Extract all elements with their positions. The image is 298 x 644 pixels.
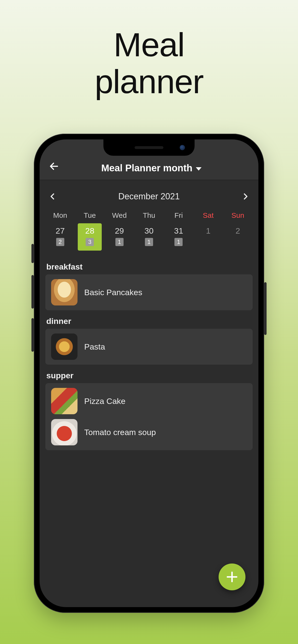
day-meal-count-badge: 3 <box>86 238 94 246</box>
day-cell[interactable]: 283 <box>75 224 104 252</box>
promo-title: Meal planner <box>95 26 203 100</box>
day-meal-count-badge: 1 <box>175 238 183 246</box>
meal-section: dinnerPasta <box>45 316 253 365</box>
month-label: December 2021 <box>118 192 180 202</box>
phone-screen: Meal Planner month December 2021 <box>40 140 258 607</box>
weekday-header: MonTueWedThuFriSatSun <box>45 210 253 224</box>
week-row: 27228329130131112 <box>45 224 253 252</box>
meal-name: Basic Pancakes <box>84 288 142 297</box>
chevron-left-icon <box>48 192 57 201</box>
weekday-label: Fri <box>164 210 193 224</box>
day-number: 29 <box>115 226 124 236</box>
back-button[interactable] <box>47 159 61 174</box>
day-meal-count-badge: 1 <box>115 238 123 246</box>
day-number: 27 <box>56 226 65 236</box>
meal-item[interactable]: Pasta <box>51 334 247 360</box>
meal-section: supperPizza CakeTomato cream soup <box>45 371 253 450</box>
day-number: 30 <box>144 226 154 236</box>
weekday-label: Tue <box>75 210 104 224</box>
header-title-dropdown[interactable]: Meal Planner month <box>66 163 237 174</box>
header-title: Meal Planner month <box>101 163 192 174</box>
meal-section-title: dinner <box>45 316 253 326</box>
phone-side-button <box>264 282 266 335</box>
month-navigation: December 2021 <box>45 180 253 210</box>
weekday-label: Sat <box>193 210 223 224</box>
day-number: 2 <box>236 226 240 236</box>
meal-item[interactable]: Pizza Cake <box>51 388 247 414</box>
meal-card: Pasta <box>45 329 253 365</box>
meal-thumbnail <box>51 388 77 414</box>
weekday-label: Sun <box>223 210 253 224</box>
phone-notch <box>103 140 195 156</box>
weekday-label: Thu <box>134 210 164 224</box>
plus-icon <box>231 572 233 582</box>
phone-side-button <box>32 318 34 352</box>
arrow-left-icon <box>49 161 59 172</box>
meal-item[interactable]: Tomato cream soup <box>51 419 247 446</box>
weekday-label: Mon <box>45 210 75 224</box>
phone-speaker <box>135 146 163 149</box>
promo-title-line1: Meal <box>95 26 203 63</box>
phone-camera <box>180 145 185 150</box>
meal-card: Basic Pancakes <box>45 274 253 310</box>
calendar: December 2021 MonTueWedThuFriSatSun 2722… <box>40 180 258 252</box>
day-cell[interactable]: 1 <box>193 224 223 252</box>
day-meal-count-badge: 1 <box>145 238 153 246</box>
meal-name: Pasta <box>84 342 105 352</box>
meal-name: Pizza Cake <box>84 396 125 406</box>
meals-list: breakfastBasic PancakesdinnerPastasupper… <box>40 252 258 450</box>
meal-thumbnail <box>51 334 77 360</box>
meal-item[interactable]: Basic Pancakes <box>51 279 247 306</box>
meal-card: Pizza CakeTomato cream soup <box>45 383 253 450</box>
phone-side-button <box>32 275 34 308</box>
meal-section-title: breakfast <box>45 262 253 272</box>
day-number: 1 <box>206 226 210 236</box>
day-cell[interactable]: 301 <box>134 224 164 252</box>
meal-section-title: supper <box>45 371 253 380</box>
phone-frame: Meal Planner month December 2021 <box>34 134 264 613</box>
chevron-right-icon <box>241 192 250 201</box>
day-cell[interactable]: 272 <box>45 224 75 252</box>
day-number: 28 <box>85 226 94 236</box>
weekday-label: Wed <box>105 210 134 224</box>
meal-thumbnail <box>51 419 77 446</box>
meal-name: Tomato cream soup <box>84 428 156 437</box>
day-cell[interactable]: 291 <box>105 224 134 252</box>
meal-section: breakfastBasic Pancakes <box>45 262 253 310</box>
next-month-button[interactable] <box>240 191 251 202</box>
phone-side-button <box>32 244 34 263</box>
day-meal-count-badge: 2 <box>56 238 64 246</box>
day-cell[interactable]: 311 <box>164 224 193 252</box>
day-number: 31 <box>174 226 183 236</box>
prev-month-button[interactable] <box>47 191 58 202</box>
meal-thumbnail <box>51 279 77 306</box>
app-root: Meal Planner month December 2021 <box>40 140 258 607</box>
promo-title-line2: planner <box>95 63 203 100</box>
chevron-down-icon <box>196 167 202 170</box>
day-cell[interactable]: 2 <box>223 224 253 252</box>
add-button[interactable] <box>219 564 245 590</box>
